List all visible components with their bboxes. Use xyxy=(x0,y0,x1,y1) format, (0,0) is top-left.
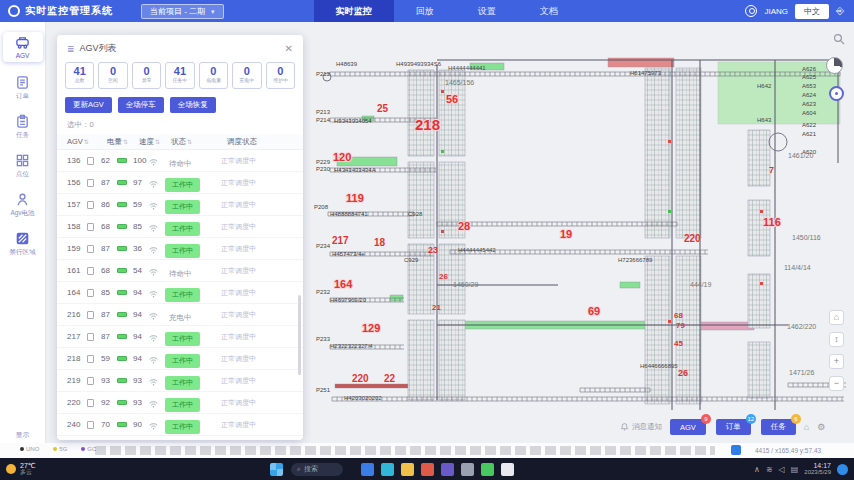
sidebar-item-order[interactable]: 订单 xyxy=(3,75,43,101)
taskbar-app-chrome-icon[interactable] xyxy=(421,463,434,476)
taskbar-app-teams-icon[interactable] xyxy=(361,463,374,476)
tab-实时监控[interactable]: 实时监控 xyxy=(314,0,394,22)
agv-table-row[interactable]: 219 93 93 工作中 正常调度中 xyxy=(57,370,303,392)
agv-marker[interactable]: 79 xyxy=(676,321,685,330)
close-icon[interactable]: ✕ xyxy=(285,43,293,54)
agv-marker[interactable]: 129 xyxy=(362,322,380,334)
notice-area[interactable]: 消息通知 xyxy=(620,422,662,432)
document-icon[interactable] xyxy=(87,355,101,363)
volume-icon[interactable]: ◁ xyxy=(779,465,785,474)
agv-marker[interactable]: 217 xyxy=(332,235,349,246)
tray-chevron-icon[interactable]: ∧ xyxy=(754,465,760,474)
agv-table-row[interactable]: 157 86 59 工作中 正常调度中 xyxy=(57,194,303,216)
agv-marker[interactable]: 26 xyxy=(439,272,448,281)
agv-marker[interactable]: 220 xyxy=(352,373,369,384)
agv-table-row[interactable]: 156 87 97 工作中 正常调度中 xyxy=(57,172,303,194)
agv-table-row[interactable]: 218 59 94 工作中 正常调度中 xyxy=(57,348,303,370)
sidebar-item-points[interactable]: 点位 xyxy=(3,153,43,179)
column-header[interactable]: AGV⇅ xyxy=(67,137,107,146)
toolbar-button-AGV[interactable]: AGV9 xyxy=(670,419,706,435)
agv-marker[interactable]: 7 xyxy=(769,165,774,175)
agv-marker[interactable]: 25 xyxy=(377,103,389,114)
taskbar-clock[interactable]: 14:17 2023/5/29 xyxy=(804,462,831,476)
map-search-icon[interactable] xyxy=(833,33,845,45)
map-control-button[interactable]: + xyxy=(829,354,844,369)
document-icon[interactable] xyxy=(87,421,101,429)
document-icon[interactable] xyxy=(87,399,101,407)
table-scrollbar[interactable] xyxy=(298,295,301,375)
settings-gear-icon[interactable]: ⚙ xyxy=(817,422,825,432)
action-button-全场恢复[interactable]: 全场恢复 xyxy=(170,97,216,113)
agv-marker[interactable]: 119 xyxy=(346,192,364,204)
taskbar-weather[interactable]: 27℃ 多云 xyxy=(0,462,70,476)
agv-marker[interactable]: 22 xyxy=(384,373,396,384)
toolbar-button-任务[interactable]: 任务6 xyxy=(761,419,796,435)
agv-marker[interactable]: 19 xyxy=(560,228,572,240)
taskbar-app-edge-icon[interactable] xyxy=(381,463,394,476)
language-button[interactable]: 中文 xyxy=(795,4,829,19)
agv-marker[interactable]: 23 xyxy=(428,245,438,255)
column-header[interactable]: 调度状态 xyxy=(227,137,303,147)
map-control-button[interactable]: ⌂ xyxy=(829,310,844,325)
sidebar-footer-label[interactable]: 显示 xyxy=(16,430,30,440)
document-icon[interactable] xyxy=(87,333,101,341)
agv-table-row[interactable]: 216 87 94 充电中 正常调度中 xyxy=(57,304,303,326)
home-icon[interactable]: ⌂ xyxy=(804,422,809,432)
taskbar-app-gray-icon[interactable] xyxy=(461,463,474,476)
agv-marker[interactable]: 28 xyxy=(458,220,470,232)
sidebar-item-task[interactable]: 任务 xyxy=(3,114,43,140)
agv-table-row[interactable]: 220 92 93 工作中 正常调度中 xyxy=(57,392,303,414)
agv-marker[interactable]: 116 xyxy=(763,216,781,228)
map-compass-icon[interactable] xyxy=(829,86,844,101)
document-icon[interactable] xyxy=(87,201,101,209)
project-select[interactable]: 当前项目 - 二期 ▾ xyxy=(141,4,224,19)
tab-设置[interactable]: 设置 xyxy=(456,0,518,22)
sidebar-item-zone[interactable]: 禁行区域 xyxy=(3,231,43,257)
agv-table-row[interactable]: 136 62 100 待命中 正常调度中 xyxy=(57,150,303,172)
column-header[interactable]: 速度⇅ xyxy=(139,137,171,147)
document-icon[interactable] xyxy=(87,377,101,385)
agv-marker[interactable]: 164 xyxy=(334,278,353,290)
map-stats-pie-icon[interactable] xyxy=(826,57,843,74)
agv-marker[interactable]: 21 xyxy=(432,303,441,312)
keyboard-icon[interactable]: ▤ xyxy=(791,465,799,474)
document-icon[interactable] xyxy=(87,157,101,165)
agv-marker[interactable]: 69 xyxy=(588,305,600,317)
agv-table-row[interactable]: 240 70 90 工作中 正常调度中 xyxy=(57,414,303,436)
taskbar-app-folder-icon[interactable] xyxy=(401,463,414,476)
document-icon[interactable] xyxy=(87,289,101,297)
agv-marker[interactable]: 56 xyxy=(446,93,458,105)
action-button-全场停车[interactable]: 全场停车 xyxy=(118,97,164,113)
agv-table-row[interactable]: 159 87 36 工作中 正常调度中 xyxy=(57,238,303,260)
sidebar-item-battery[interactable]: Agv电池 xyxy=(3,192,43,218)
network-icon[interactable]: ≋ xyxy=(766,465,773,474)
agv-marker[interactable]: 218 xyxy=(415,116,440,133)
document-icon[interactable] xyxy=(87,245,101,253)
taskbar-app-notepad-icon[interactable] xyxy=(501,463,514,476)
tab-回放[interactable]: 回放 xyxy=(394,0,456,22)
warehouse-map[interactable]: H48639H4939493934S6P212P213P214H93439340… xyxy=(308,30,854,443)
taskbar-app-wechat-icon[interactable] xyxy=(481,463,494,476)
toolbar-button-订单[interactable]: 订单12 xyxy=(716,419,751,435)
taskbar-app-store-icon[interactable] xyxy=(441,463,454,476)
agv-marker[interactable]: 220 xyxy=(684,233,701,244)
notification-icon[interactable] xyxy=(837,464,848,475)
taskbar-search[interactable]: ⌕ 搜索 xyxy=(291,463,343,476)
map-control-button[interactable]: ↕ xyxy=(829,332,844,347)
sidebar-item-agv[interactable]: AGV xyxy=(3,32,43,62)
agv-marker[interactable]: 18 xyxy=(374,237,386,248)
agv-table-row[interactable]: 164 85 94 工作中 正常调度中 xyxy=(57,282,303,304)
document-icon[interactable] xyxy=(87,311,101,319)
agv-marker[interactable]: 120 xyxy=(333,151,351,163)
agv-table-row[interactable]: 217 87 94 工作中 正常调度中 xyxy=(57,326,303,348)
column-header[interactable]: 电量⇅ xyxy=(107,137,139,147)
agv-marker[interactable]: 45 xyxy=(674,339,683,348)
agv-marker[interactable]: 26 xyxy=(678,368,688,378)
action-button-更新AGV[interactable]: 更新AGV xyxy=(65,97,112,113)
logout-icon[interactable]: ⎆ xyxy=(836,5,844,17)
start-button[interactable] xyxy=(270,463,283,476)
agv-table-row[interactable]: 158 68 85 工作中 正常调度中 xyxy=(57,216,303,238)
document-icon[interactable] xyxy=(87,267,101,275)
agv-table-row[interactable]: 161 68 54 待命中 正常调度中 xyxy=(57,260,303,282)
tab-文档[interactable]: 文档 xyxy=(518,0,580,22)
